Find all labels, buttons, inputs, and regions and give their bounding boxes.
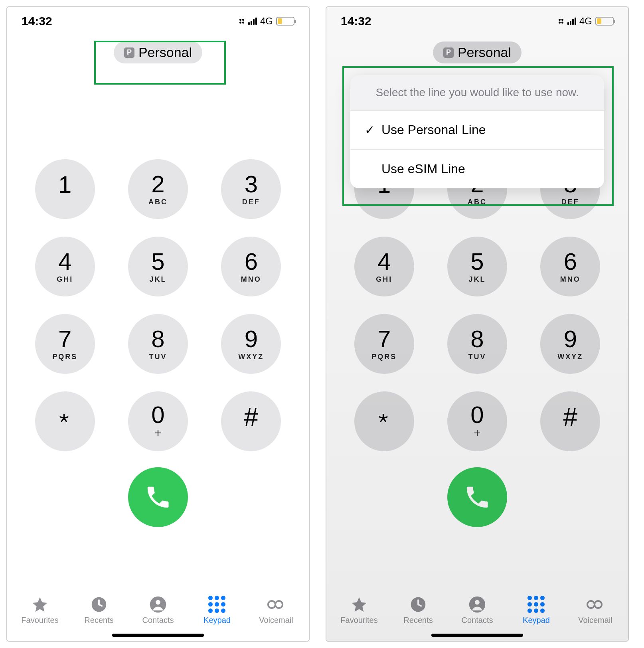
star-icon (31, 596, 49, 613)
status-time: 14:32 (22, 14, 52, 28)
tab-contacts[interactable]: Contacts (449, 596, 505, 625)
tab-label: Voicemail (578, 616, 612, 625)
tab-recents[interactable]: Recents (390, 596, 446, 625)
key-9[interactable]: 9WXYZ (221, 314, 281, 374)
key-0[interactable]: 0+ (447, 391, 507, 451)
tab-label: Keypad (203, 616, 231, 625)
line-badge-icon: P (443, 47, 454, 58)
call-button[interactable] (447, 467, 507, 527)
status-bar: 14:32 4G (7, 7, 309, 31)
tab-label: Recents (403, 616, 433, 625)
line-picker-sheet: Select the line you would like to use no… (350, 75, 604, 188)
tab-voicemail[interactable]: Voicemail (248, 596, 304, 625)
status-time: 14:32 (341, 14, 371, 28)
key-4[interactable]: 4GHI (354, 237, 414, 296)
key-4[interactable]: 4GHI (35, 237, 95, 296)
option-use-personal-line[interactable]: ✓ Use Personal Line (350, 111, 604, 150)
sheet-title: Select the line you would like to use no… (350, 75, 604, 111)
tab-recents[interactable]: Recents (71, 596, 127, 625)
network-label: 4G (579, 16, 592, 27)
tab-label: Favourites (340, 616, 377, 625)
status-indicators: 4G (559, 16, 614, 27)
status-indicators: 4G (239, 16, 294, 27)
svg-point-5 (475, 600, 480, 605)
key-1[interactable]: 1 (35, 159, 95, 219)
tab-contacts[interactable]: Contacts (130, 596, 186, 625)
svg-point-2 (156, 600, 160, 605)
key-8[interactable]: 8TUV (447, 314, 507, 374)
line-selector-button[interactable]: P Personal (114, 41, 202, 63)
tab-keypad[interactable]: Keypad (508, 596, 564, 625)
key-9[interactable]: 9WXYZ (540, 314, 600, 374)
key-5[interactable]: 5JKL (128, 237, 188, 296)
clock-icon (90, 596, 108, 613)
star-icon (350, 596, 368, 613)
tab-label: Keypad (523, 616, 550, 625)
tab-bar: Favourites Recents Contacts Keypad Voice… (326, 589, 628, 628)
key-6[interactable]: 6MNO (221, 237, 281, 296)
person-icon (468, 596, 486, 613)
tab-label: Voicemail (259, 616, 293, 625)
phone-icon (144, 483, 172, 511)
home-indicator[interactable] (431, 634, 523, 637)
key-hash[interactable]: # (221, 391, 281, 451)
dual-sim-icon (239, 19, 244, 24)
line-selector-label: Personal (458, 45, 511, 60)
signal-icon (567, 18, 576, 25)
tab-favourites[interactable]: Favourites (12, 596, 68, 625)
tab-keypad[interactable]: Keypad (189, 596, 245, 625)
key-hash[interactable]: # (540, 391, 600, 451)
key-star[interactable]: ﹡ (354, 391, 414, 451)
phone-screen-line-picker: 14:32 4G P Personal Select the line you … (326, 6, 629, 642)
keypad-icon (208, 596, 226, 613)
phone-icon (463, 483, 491, 511)
tab-voicemail[interactable]: Voicemail (567, 596, 623, 625)
status-bar: 14:32 4G (326, 7, 628, 31)
option-label: Use eSIM Line (381, 162, 465, 176)
phone-screen-keypad: 14:32 4G P Personal 1 2ABC 3DEF 4GHI 5JK… (6, 6, 310, 642)
signal-icon (248, 18, 257, 25)
key-6[interactable]: 6MNO (540, 237, 600, 296)
line-selector-button[interactable]: P Personal (433, 41, 522, 63)
battery-icon (276, 17, 294, 26)
call-button[interactable] (128, 467, 188, 527)
tab-bar: Favourites Recents Contacts Keypad Voice… (7, 589, 309, 628)
dial-keypad: 1 2ABC 3DEF 4GHI 5JKL 6MNO 7PQRS 8TUV 9W… (326, 159, 628, 451)
clock-icon (409, 596, 427, 613)
checkmark-icon: ✓ (364, 123, 375, 137)
key-7[interactable]: 7PQRS (354, 314, 414, 374)
key-8[interactable]: 8TUV (128, 314, 188, 374)
tab-label: Favourites (21, 616, 58, 625)
home-indicator[interactable] (112, 634, 204, 637)
dual-sim-icon (559, 19, 563, 24)
battery-icon (595, 17, 614, 26)
key-0[interactable]: 0+ (128, 391, 188, 451)
key-5[interactable]: 5JKL (447, 237, 507, 296)
line-badge-icon: P (124, 47, 134, 58)
tab-label: Contacts (142, 616, 174, 625)
tab-label: Recents (84, 616, 113, 625)
key-star[interactable]: ﹡ (35, 391, 95, 451)
key-3[interactable]: 3DEF (221, 159, 281, 219)
network-label: 4G (260, 16, 273, 27)
option-label: Use Personal Line (381, 122, 486, 137)
tab-label: Contacts (462, 616, 493, 625)
line-selector-label: Personal (138, 45, 192, 60)
tab-favourites[interactable]: Favourites (331, 596, 387, 625)
keypad-icon (527, 596, 545, 613)
key-2[interactable]: 2ABC (128, 159, 188, 219)
option-use-esim-line[interactable]: Use eSIM Line (350, 150, 604, 188)
person-icon (149, 596, 167, 613)
voicemail-icon (587, 596, 604, 613)
key-7[interactable]: 7PQRS (35, 314, 95, 374)
dial-keypad: 1 2ABC 3DEF 4GHI 5JKL 6MNO 7PQRS 8TUV 9W… (7, 159, 309, 451)
voicemail-icon (267, 596, 285, 613)
